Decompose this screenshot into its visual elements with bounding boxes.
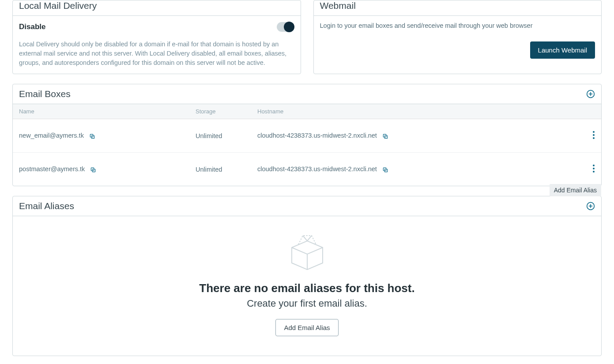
col-storage: Storage	[196, 108, 257, 115]
col-hostname: Hostname	[257, 108, 577, 115]
toggle-knob	[284, 22, 294, 32]
webmail-description: Login to your email boxes and send/recei…	[320, 22, 595, 29]
copy-icon[interactable]	[89, 133, 95, 139]
webmail-card: Webmail Login to your email boxes and se…	[313, 0, 602, 74]
svg-point-8	[593, 134, 595, 136]
table-row: new_email@aymers.tk Unlimited cloudhost-…	[13, 119, 601, 153]
copy-icon[interactable]	[90, 167, 96, 173]
email-boxes-title: Email Boxes	[19, 89, 71, 99]
disable-label: Disable	[19, 23, 45, 31]
local-mail-description: Local Delivery should only be disabled f…	[19, 40, 294, 68]
row-actions-icon[interactable]	[592, 131, 595, 139]
email-storage: Unlimited	[196, 166, 257, 173]
webmail-title: Webmail	[320, 0, 595, 11]
add-email-box-icon[interactable]	[586, 90, 595, 98]
email-storage: Unlimited	[196, 132, 257, 139]
email-hostname: cloudhost-4238373.us-midwest-2.nxcli.net	[257, 132, 377, 139]
svg-point-9	[593, 137, 595, 139]
email-aliases-section: Add Email Alias Email Aliases There are …	[12, 196, 602, 356]
add-email-alias-icon[interactable]	[586, 202, 595, 210]
email-name: postmaster@aymers.tk	[19, 165, 85, 173]
svg-point-15	[593, 168, 595, 169]
copy-icon[interactable]	[382, 167, 388, 173]
empty-title: There are no email aliases for this host…	[19, 281, 595, 295]
email-hostname: cloudhost-4238373.us-midwest-2.nxcli.net	[257, 165, 377, 173]
svg-point-14	[593, 165, 595, 166]
empty-box-icon	[285, 232, 329, 272]
col-name: Name	[19, 108, 196, 115]
email-aliases-title: Email Aliases	[19, 201, 74, 211]
launch-webmail-button[interactable]: Launch Webmail	[530, 41, 595, 59]
local-mail-title: Local Mail Delivery	[19, 0, 294, 11]
table-row: postmaster@aymers.tk Unlimited cloudhost…	[13, 153, 601, 186]
email-boxes-section: Email Boxes Name Storage Hostname new_em…	[12, 84, 602, 186]
email-name: new_email@aymers.tk	[19, 132, 84, 139]
add-email-alias-button[interactable]: Add Email Alias	[275, 319, 338, 336]
svg-point-7	[593, 131, 595, 133]
disable-toggle[interactable]	[277, 22, 294, 32]
add-alias-tooltip: Add Email Alias	[550, 184, 601, 196]
email-boxes-header-row: Name Storage Hostname	[13, 104, 601, 119]
copy-icon[interactable]	[382, 133, 388, 139]
svg-point-16	[593, 171, 595, 173]
local-mail-card: Local Mail Delivery Disable Local Delive…	[12, 0, 301, 74]
row-actions-icon[interactable]	[592, 164, 595, 173]
empty-subtitle: Create your first email alias.	[19, 298, 595, 309]
